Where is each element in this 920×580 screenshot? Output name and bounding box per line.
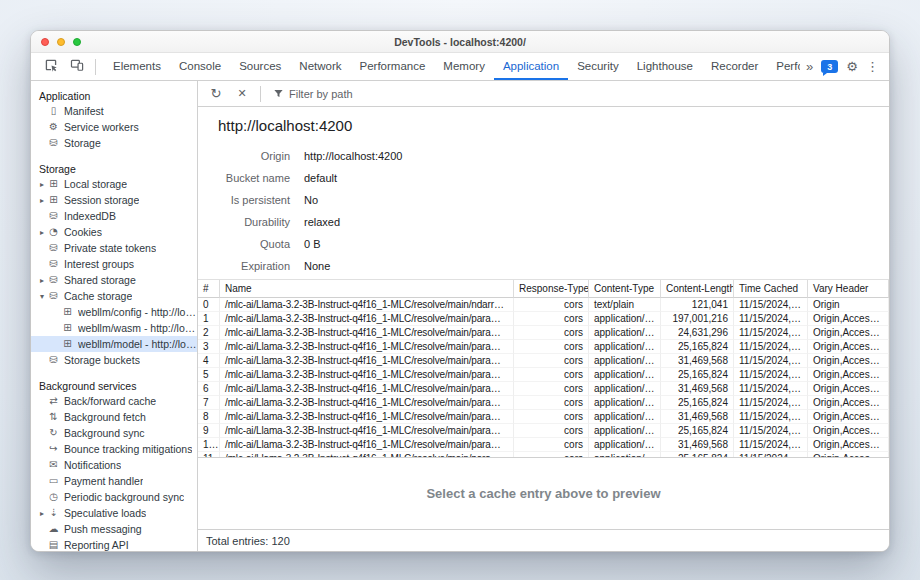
table-row[interactable]: 5/mlc-ai/Llama-3.2-3B-Instruct-q4f16_1-M… (198, 368, 889, 382)
sidebar-item-interest-groups[interactable]: ⛁Interest groups (31, 256, 197, 272)
table-row[interactable]: 8/mlc-ai/Llama-3.2-3B-Instruct-q4f16_1-M… (198, 410, 889, 424)
tab-memory[interactable]: Memory (434, 53, 494, 80)
table-row[interactable]: 6/mlc-ai/Llama-3.2-3B-Instruct-q4f16_1-M… (198, 382, 889, 396)
swap-arrows-icon: ⇄ (47, 396, 60, 406)
chevron-right-icon[interactable]: ▸ (37, 196, 47, 205)
sidebar-item-storage[interactable]: ⛁Storage (31, 135, 197, 151)
sidebar-item-label: Storage (64, 137, 101, 149)
sidebar-item-cache-storage[interactable]: ▾⛁Cache storage (31, 288, 197, 304)
tab-application[interactable]: Application (494, 53, 568, 80)
tab-lighthouse[interactable]: Lighthouse (628, 53, 702, 80)
refresh-button[interactable]: ↻ (204, 83, 228, 105)
sidebar-item-webllm-wasm-http-loca[interactable]: ⊞webllm/wasm - http://loca… (31, 320, 197, 336)
sidebar-item-back-forward-cache[interactable]: ⇄Back/forward cache (31, 393, 197, 409)
column-header-time-cached[interactable]: Time Cached (734, 280, 808, 298)
table-row[interactable]: 7/mlc-ai/Llama-3.2-3B-Instruct-q4f16_1-M… (198, 396, 889, 410)
bell-icon: ✉ (47, 460, 60, 470)
sidebar-item-bounce-tracking-mitigations[interactable]: ↪Bounce tracking mitigations (31, 441, 197, 457)
sidebar-item-reporting-api[interactable]: ▤Reporting API (31, 537, 197, 551)
window-titlebar[interactable]: DevTools - localhost:4200/ (31, 31, 889, 53)
sidebar-item-manifest[interactable]: ▯Manifest (31, 103, 197, 119)
cell-index: 8 (198, 410, 220, 424)
cell-content-length: 31,469,568 (661, 410, 734, 424)
settings-gear-icon[interactable]: ⚙ (846, 60, 858, 73)
sidebar-item-notifications[interactable]: ✉Notifications (31, 457, 197, 473)
more-tabs-button[interactable]: » (806, 59, 813, 74)
sidebar-item-webllm-config-http-loc[interactable]: ⊞webllm/config - http://loc… (31, 304, 197, 320)
table-row[interactable]: 0/mlc-ai/Llama-3.2-3B-Instruct-q4f16_1-M… (198, 298, 889, 312)
sidebar-section-application[interactable]: Application (31, 87, 197, 103)
inspect-element-button[interactable] (39, 56, 63, 78)
cell-content-type: application/oc… (589, 382, 661, 396)
table-row[interactable]: 4/mlc-ai/Llama-3.2-3B-Instruct-q4f16_1-M… (198, 354, 889, 368)
sidebar-item-cookies[interactable]: ▸◔Cookies (31, 224, 197, 240)
kebab-menu-icon[interactable]: ⋮ (866, 60, 879, 73)
sidebar-item-label: webllm/config - http://loc… (78, 306, 197, 318)
metadata-value: None (304, 260, 330, 272)
sidebar-item-local-storage[interactable]: ▸⊞Local storage (31, 176, 197, 192)
column-header-content-length[interactable]: Content-Length (661, 280, 734, 298)
table-row[interactable]: 9/mlc-ai/Llama-3.2-3B-Instruct-q4f16_1-M… (198, 424, 889, 438)
chevron-right-icon[interactable]: ▸ (37, 180, 47, 189)
sidebar-item-service-workers[interactable]: ⚙Service workers (31, 119, 197, 135)
sidebar-section-background-services[interactable]: Background services (31, 377, 197, 393)
sidebar-item-background-sync[interactable]: ↻Background sync (31, 425, 197, 441)
tab-console[interactable]: Console (170, 53, 230, 80)
sidebar-item-shared-storage[interactable]: ▸⛁Shared storage (31, 272, 197, 288)
cell-content-length: 25,165,824 (661, 396, 734, 410)
metadata-value: http://localhost:4200 (304, 150, 402, 162)
cell-content-length: 24,631,296 (661, 326, 734, 340)
filter-by-path-input[interactable]: Filter by path (267, 85, 359, 103)
tab-performance[interactable]: Performance (351, 53, 435, 80)
cell-name: /mlc-ai/Llama-3.2-3B-Instruct-q4f16_1-ML… (220, 298, 514, 312)
sidebar-item-payment-handler[interactable]: ▭Payment handler (31, 473, 197, 489)
cell-response-type: cors (514, 424, 589, 438)
cell-vary-header: Origin,Access… (808, 410, 889, 424)
table-row[interactable]: 10/mlc-ai/Llama-3.2-3B-Instruct-q4f16_1-… (198, 438, 889, 452)
column-header-content-type[interactable]: Content-Type (589, 280, 661, 298)
table-row[interactable]: 1/mlc-ai/Llama-3.2-3B-Instruct-q4f16_1-M… (198, 312, 889, 326)
sidebar-item-storage-buckets[interactable]: ⛁Storage buckets (31, 352, 197, 368)
chevron-down-icon[interactable]: ▾ (37, 292, 47, 301)
tab-elements[interactable]: Elements (104, 53, 170, 80)
gear-icon: ⚙ (47, 122, 60, 132)
sidebar-item-label: Notifications (64, 459, 121, 471)
sidebar-section-storage[interactable]: Storage (31, 160, 197, 176)
table-body[interactable]: 0/mlc-ai/Llama-3.2-3B-Instruct-q4f16_1-M… (198, 298, 889, 457)
device-toolbar-button[interactable] (65, 56, 89, 78)
sidebar-item-indexeddb[interactable]: ⛁IndexedDB (31, 208, 197, 224)
column-header-vary-header[interactable]: Vary Header (808, 280, 889, 298)
tab-network[interactable]: Network (290, 53, 350, 80)
metadata-label: Durability (218, 216, 290, 228)
chevron-right-icon[interactable]: ▸ (37, 509, 47, 518)
sidebar-item-session-storage[interactable]: ▸⊞Session storage (31, 192, 197, 208)
tab-performance-insights[interactable]: Performance insights (767, 53, 800, 80)
tab-recorder[interactable]: Recorder (702, 53, 767, 80)
close-button[interactable] (41, 38, 49, 46)
sidebar-item-periodic-background-sync[interactable]: ◷Periodic background sync (31, 489, 197, 505)
tab-sources[interactable]: Sources (230, 53, 290, 80)
console-messages-badge[interactable]: 3 (821, 60, 838, 73)
metadata-value: No (304, 194, 318, 206)
minimize-button[interactable] (57, 38, 65, 46)
cell-time-cached: 11/15/2024, 10… (734, 368, 808, 382)
column-header-index[interactable]: # (198, 280, 220, 298)
table-row[interactable]: 3/mlc-ai/Llama-3.2-3B-Instruct-q4f16_1-M… (198, 340, 889, 354)
table-row[interactable]: 2/mlc-ai/Llama-3.2-3B-Instruct-q4f16_1-M… (198, 326, 889, 340)
sidebar-item-private-state-tokens[interactable]: ⛁Private state tokens (31, 240, 197, 256)
tab-security[interactable]: Security (568, 53, 628, 80)
fullscreen-button[interactable] (73, 38, 81, 46)
delete-selected-button[interactable]: ✕ (230, 83, 254, 105)
sidebar-item-label: Background sync (64, 427, 145, 439)
metadata-row-origin: Originhttp://localhost:4200 (218, 145, 889, 167)
database-icon: ⛁ (47, 259, 60, 269)
sidebar-item-webllm-model-http-loc[interactable]: ⊞webllm/model - http://loc… (31, 336, 197, 352)
chevron-right-icon[interactable]: ▸ (37, 228, 47, 237)
devtools-tabs: ElementsConsoleSourcesNetworkPerformance… (104, 53, 800, 80)
chevron-right-icon[interactable]: ▸ (37, 276, 47, 285)
column-header-name[interactable]: Name (220, 280, 514, 298)
sidebar-item-push-messaging[interactable]: ☁Push messaging (31, 521, 197, 537)
sidebar-item-background-fetch[interactable]: ⇅Background fetch (31, 409, 197, 425)
column-header-response-type[interactable]: Response-Type (514, 280, 589, 298)
sidebar-item-speculative-loads[interactable]: ▸⇣Speculative loads (31, 505, 197, 521)
